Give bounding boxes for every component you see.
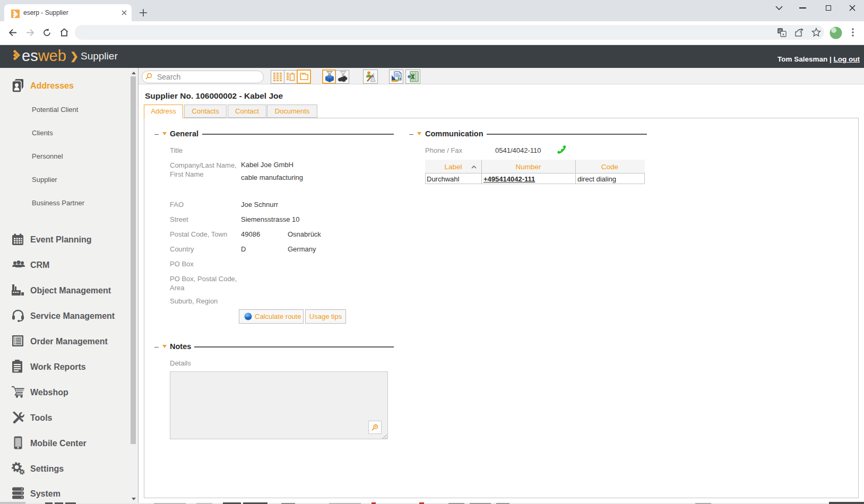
svg-text:x: x bbox=[782, 32, 785, 37]
